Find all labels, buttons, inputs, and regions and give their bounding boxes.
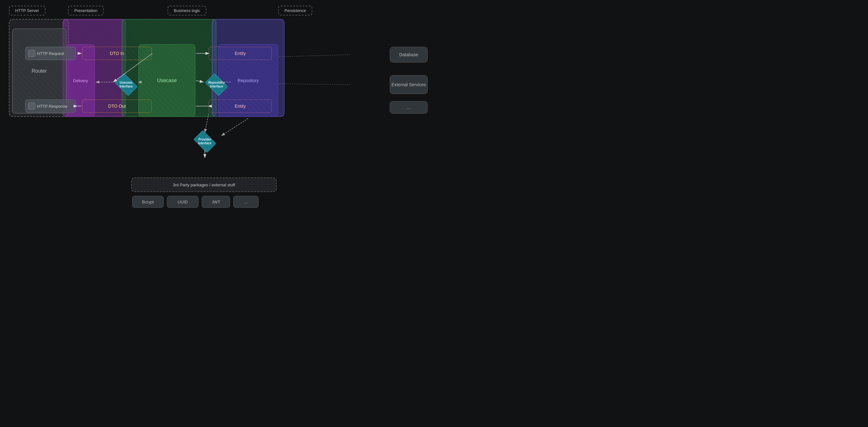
- business-logic-label: Business logic: [167, 6, 207, 15]
- architecture-diagram: HTTP Server Presentation Business logic …: [0, 0, 434, 214]
- usecase-interface-diamond: UsecaseInterface: [113, 75, 140, 94]
- delivery-label: Delivery: [73, 78, 88, 83]
- svg-line-18: [279, 84, 350, 85]
- http-response-box: HTTP Response: [25, 99, 76, 113]
- persistence-label: Persistence: [278, 6, 312, 15]
- repository-interface-diamond: RepositoryInterface: [203, 75, 230, 94]
- third-party-label: 3rd Party packages / external stuff: [173, 183, 235, 187]
- dto-in-box: DTO In: [82, 47, 152, 60]
- presentation-label: Presentation: [68, 6, 104, 15]
- jwt-label: JWT: [212, 200, 220, 204]
- entity-bottom-label: Entity: [235, 104, 246, 109]
- uuid-box: UUID: [167, 196, 198, 208]
- entity-top-box: Entity: [209, 47, 272, 60]
- provider-interface-diamond: ProviderInterface: [191, 132, 218, 151]
- http-request-box: HTTP Request: [25, 47, 76, 60]
- dto-out-label: DTO Out: [108, 104, 126, 109]
- http-server-label: HTTP Server: [9, 6, 45, 15]
- http-response-label: HTTP Response: [37, 104, 67, 109]
- repository-interface-label: RepositoryInterface: [203, 81, 230, 89]
- usecase-interface-label: UsecaseInterface: [113, 81, 140, 89]
- external-services-label: External Services: [392, 82, 426, 88]
- router-label: Router: [32, 68, 47, 74]
- bcrypt-label: Bcrypt: [142, 200, 154, 204]
- jwt-box: JWT: [202, 196, 230, 208]
- uuid-label: UUID: [178, 200, 188, 204]
- dto-in-label: DTO In: [110, 51, 124, 56]
- provider-interface-label: ProviderInterface: [191, 138, 218, 145]
- http-request-icon: [28, 50, 35, 57]
- repository-label: Repository: [238, 78, 259, 83]
- dots-label: ...: [407, 105, 411, 110]
- entity-top-label: Entity: [235, 51, 246, 56]
- more-dots-label: ...: [244, 200, 248, 204]
- database-box: Database: [390, 47, 428, 63]
- svg-line-13: [221, 119, 248, 136]
- dots-box: ...: [390, 101, 428, 114]
- bcrypt-box: Bcrypt: [132, 196, 164, 208]
- more-dots-box: ...: [233, 196, 258, 208]
- database-label: Database: [399, 52, 418, 57]
- svg-line-17: [279, 55, 350, 57]
- http-response-icon: [28, 103, 35, 109]
- dto-out-box: DTO Out: [82, 99, 152, 113]
- external-services-box: External Services: [390, 75, 428, 94]
- entity-bottom-box: Entity: [209, 99, 272, 113]
- usecase-label: Usecase: [157, 78, 177, 84]
- http-request-label: HTTP Request: [37, 51, 64, 56]
- third-party-box: 3rd Party packages / external stuff: [131, 177, 277, 192]
